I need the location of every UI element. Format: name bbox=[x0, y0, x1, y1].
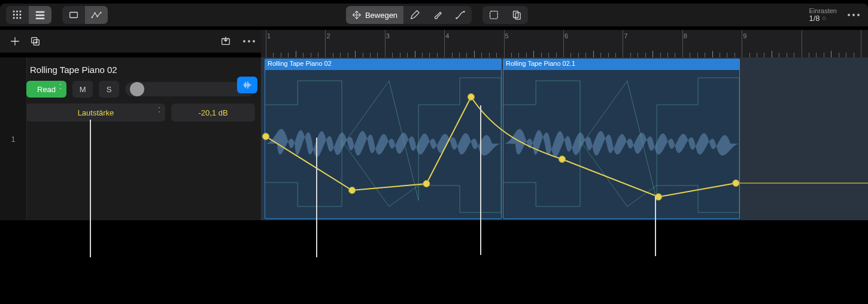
automation-value-field[interactable]: -20,1 dB bbox=[171, 104, 255, 121]
audio-region[interactable]: Rolling Tape Piano 02.1 bbox=[503, 59, 740, 219]
paste-tool-button[interactable] bbox=[505, 6, 528, 24]
ruler-bar-label: 4 bbox=[445, 32, 449, 39]
svg-rect-7 bbox=[16, 17, 18, 19]
ruler-bar-label: 6 bbox=[564, 32, 568, 39]
svg-rect-19 bbox=[490, 11, 498, 19]
automation-mode-label: Read bbox=[37, 85, 56, 94]
more-menu-icon[interactable] bbox=[848, 14, 860, 16]
snap-value: 1/8 bbox=[809, 14, 820, 23]
curve-tool-button[interactable] bbox=[449, 6, 472, 24]
track-number: 1 bbox=[0, 57, 27, 220]
svg-rect-5 bbox=[20, 14, 22, 16]
track-more-icon[interactable] bbox=[243, 40, 255, 42]
region-view-button[interactable] bbox=[62, 6, 85, 24]
callout-line bbox=[480, 105, 481, 255]
grid-view-button[interactable] bbox=[6, 6, 29, 24]
volume-slider[interactable] bbox=[125, 82, 255, 96]
add-track-button[interactable] bbox=[5, 32, 25, 50]
svg-rect-8 bbox=[20, 17, 22, 19]
ruler-bar-label: 3 bbox=[386, 32, 390, 39]
import-button[interactable] bbox=[216, 32, 236, 50]
move-tool-label: Bewegen bbox=[365, 11, 397, 20]
svg-rect-11 bbox=[36, 18, 44, 20]
solo-label: S bbox=[107, 85, 112, 94]
automation-param-label: Lautstärke bbox=[78, 108, 114, 117]
ruler-bar-label: 7 bbox=[624, 32, 627, 39]
svg-point-17 bbox=[456, 17, 457, 19]
callout-line bbox=[655, 196, 656, 256]
ruler-bar-label: 9 bbox=[743, 32, 746, 39]
automation-mode-button[interactable]: Read ˄˅ bbox=[26, 81, 66, 98]
svg-point-14 bbox=[94, 13, 95, 14]
callout-line bbox=[90, 120, 91, 257]
svg-rect-12 bbox=[70, 13, 78, 18]
track-header: 1 Rolling Tape Piano 02 Read ˄˅ M S bbox=[0, 57, 262, 221]
mute-label: M bbox=[80, 85, 86, 94]
list-view-button[interactable] bbox=[29, 6, 51, 24]
svg-rect-4 bbox=[16, 14, 18, 16]
svg-point-13 bbox=[91, 17, 92, 18]
snap-setting[interactable]: Einrasten 1/8◇ bbox=[809, 7, 837, 23]
svg-point-18 bbox=[463, 11, 465, 13]
volume-slider-knob[interactable] bbox=[130, 82, 144, 96]
svg-rect-2 bbox=[20, 11, 22, 13]
ruler-bar-label: 2 bbox=[326, 32, 330, 39]
callout-line bbox=[316, 138, 317, 257]
ruler-bar-label: 8 bbox=[684, 32, 687, 39]
marquee-tool-button[interactable] bbox=[482, 6, 505, 24]
pencil-tool-button[interactable] bbox=[403, 6, 426, 24]
duplicate-track-button[interactable] bbox=[25, 32, 45, 50]
brush-tool-button[interactable] bbox=[426, 6, 449, 24]
automation-view-button[interactable] bbox=[85, 6, 108, 24]
move-tool-button[interactable]: Bewegen bbox=[346, 6, 403, 24]
automation-value: -20,1 dB bbox=[198, 108, 227, 117]
timeline-ruler[interactable]: 123456789 bbox=[261, 30, 868, 58]
solo-button[interactable]: S bbox=[99, 81, 119, 98]
track-title: Rolling Tape Piano 02 bbox=[30, 65, 255, 75]
waveform-toggle-button[interactable] bbox=[237, 77, 257, 93]
svg-rect-9 bbox=[36, 11, 44, 13]
svg-rect-3 bbox=[13, 14, 15, 16]
timeline-lane[interactable]: Rolling Tape Piano 02 Rolling Tape Piano… bbox=[261, 57, 868, 221]
automation-param-select[interactable]: Lautstärke ˄˅ bbox=[26, 104, 165, 121]
svg-point-15 bbox=[96, 16, 98, 17]
svg-rect-6 bbox=[13, 17, 15, 19]
audio-region[interactable]: Rolling Tape Piano 02 bbox=[265, 59, 502, 219]
svg-rect-10 bbox=[36, 14, 44, 16]
ruler-bar-label: 1 bbox=[267, 32, 271, 39]
svg-rect-0 bbox=[13, 11, 15, 13]
ruler-bar-label: 5 bbox=[505, 32, 509, 39]
mute-button[interactable]: M bbox=[72, 81, 93, 98]
svg-rect-1 bbox=[16, 11, 18, 13]
svg-point-16 bbox=[100, 12, 101, 13]
